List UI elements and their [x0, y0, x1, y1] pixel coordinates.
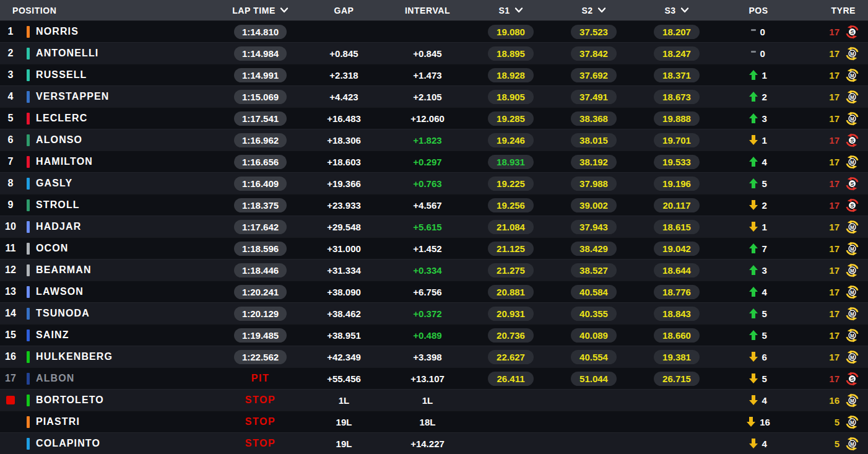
interval-cell: +0.489	[386, 325, 469, 346]
position-change-same-icon	[751, 29, 756, 31]
s1-cell: 21.084	[469, 216, 552, 237]
s2-cell: 40.584	[552, 281, 635, 302]
s2-cell: 38.015	[552, 129, 635, 151]
table-row[interactable]: 17ALBONPIT+55.456+13.10726.41151.04426.7…	[0, 367, 868, 389]
table-row[interactable]: 1NORRIS1:14.81019.08037.52318.207017S	[0, 20, 868, 42]
driver-cell[interactable]: SAINZ	[36, 325, 219, 346]
driver-name: COLAPINTO	[36, 438, 100, 449]
lap-time-value: 1:22.562	[234, 350, 287, 364]
team-color-bar	[27, 221, 30, 233]
table-row[interactable]: 10HADJAR1:17.642+29.548+5.61521.08437.94…	[0, 216, 868, 237]
s2-cell	[552, 433, 635, 454]
column-header-lap-time[interactable]: LAP TIME	[219, 6, 302, 15]
s2-value: 40.355	[571, 307, 617, 321]
position-change-cell: 1	[718, 216, 799, 237]
s3-cell: 18.371	[635, 64, 718, 85]
s1-cell	[469, 433, 552, 454]
tyre-cell: 17M	[799, 43, 868, 64]
tyre-icon-wrap: M	[845, 393, 859, 408]
s1-value: 21.275	[488, 263, 534, 277]
position-change-arrow	[749, 287, 758, 297]
gap-value: 1L	[339, 395, 350, 406]
lap-time-cell: 1:17.541	[219, 108, 302, 129]
table-row[interactable]: 9STROLL1:18.375+23.933+4.56719.25639.002…	[0, 194, 868, 216]
driver-cell[interactable]: PIASTRI	[36, 411, 219, 432]
table-row[interactable]: 3RUSSELL1:14.991+2.318+1.47318.92837.692…	[0, 64, 868, 85]
position-change-cell: 4	[718, 281, 799, 302]
tyre-laps-count: 16	[829, 395, 840, 406]
driver-cell[interactable]: HADJAR	[36, 216, 219, 237]
tyre-icon-medium: M	[845, 46, 859, 61]
gap-value: +31.334	[327, 265, 361, 276]
position-number: 6	[8, 134, 14, 146]
driver-name: ALBON	[36, 373, 74, 384]
driver-cell[interactable]: VERSTAPPEN	[36, 86, 219, 107]
table-row[interactable]: 8GASLY1:16.409+19.366+0.76319.22537.9881…	[0, 172, 868, 194]
driver-cell[interactable]: HAMILTON	[36, 151, 219, 172]
table-row[interactable]: 16HULKENBERG1:22.562+42.349+3.39822.6274…	[0, 346, 868, 367]
lap-time-value: 1:14.991	[234, 68, 287, 82]
column-header-s3[interactable]: S3	[635, 6, 718, 15]
table-row[interactable]: 13LAWSON1:20.241+38.090+6.75620.88140.58…	[0, 281, 868, 302]
table-row[interactable]: 14TSUNODA1:20.129+38.462+0.37220.93140.3…	[0, 302, 868, 324]
lap-time-value: 1:16.962	[234, 133, 287, 147]
s1-value: 20.881	[488, 285, 534, 299]
driver-cell[interactable]: LECLERC	[36, 108, 219, 129]
s2-value: 40.584	[571, 285, 617, 299]
table-row[interactable]: 4VERSTAPPEN1:15.069+4.423+2.10518.90537.…	[0, 85, 868, 107]
tyre-cell: 5M	[799, 411, 868, 432]
column-header-interval: INTERVAL	[386, 6, 469, 15]
position-change-arrow	[749, 92, 758, 102]
position-change-cell: 4	[718, 151, 799, 172]
position-change-value: 2	[762, 92, 768, 102]
table-row[interactable]: 5LECLERC1:17.541+16.483+12.06019.28538.3…	[0, 107, 868, 129]
driver-cell[interactable]: RUSSELL	[36, 64, 219, 85]
svg-text:S: S	[850, 28, 854, 35]
s3-value: 19.888	[654, 111, 700, 126]
driver-cell[interactable]: COLAPINTO	[36, 433, 219, 454]
driver-cell[interactable]: BEARMAN	[36, 260, 219, 281]
column-header-s2[interactable]: S2	[552, 6, 635, 15]
lap-time-cell: 1:22.562	[219, 346, 302, 367]
driver-cell[interactable]: TSUNODA	[36, 303, 219, 324]
position-number: 13	[5, 286, 16, 297]
driver-cell[interactable]: ANTONELLI	[36, 43, 219, 64]
table-row[interactable]: 6ALONSO1:16.962+18.306+1.82319.24638.015…	[0, 129, 868, 151]
lap-time-cell: 1:16.656	[219, 151, 302, 172]
tyre-laps-count: 17	[829, 222, 840, 232]
driver-cell[interactable]: NORRIS	[36, 21, 219, 42]
table-row[interactable]: 7HAMILTON1:16.656+18.603+0.29718.93138.1…	[0, 151, 868, 172]
driver-cell[interactable]: ALBON	[36, 368, 219, 389]
tyre-icon-medium: M	[845, 437, 859, 451]
column-header-s1[interactable]: S1	[469, 6, 552, 15]
s1-cell: 18.905	[469, 86, 552, 107]
team-color-cell	[21, 194, 36, 216]
driver-cell[interactable]: HULKENBERG	[36, 346, 219, 367]
driver-cell[interactable]: LAWSON	[36, 281, 219, 302]
tyre-icon-wrap: S	[845, 25, 859, 39]
table-row[interactable]: BORTOLETOSTOP1L1L416M	[0, 389, 868, 411]
team-color-cell	[21, 433, 36, 454]
driver-cell[interactable]: BORTOLETO	[36, 390, 219, 411]
interval-cell: +0.845	[386, 43, 469, 64]
column-header-label: POS	[749, 6, 768, 15]
lap-time-cell: STOP	[219, 433, 302, 454]
tyre-icon-soft: S	[845, 198, 859, 212]
table-row[interactable]: 2ANTONELLI1:14.984+0.845+0.84518.89537.8…	[0, 42, 868, 64]
column-header-pos: POS	[718, 6, 799, 15]
driver-cell[interactable]: ALONSO	[36, 129, 219, 151]
table-row[interactable]: 15SAINZ1:19.485+38.951+0.48920.73640.089…	[0, 324, 868, 346]
position-change-down-icon	[749, 395, 758, 405]
driver-cell[interactable]: STROLL	[36, 194, 219, 216]
driver-cell[interactable]: OCON	[36, 238, 219, 259]
table-row[interactable]: 11OCON1:18.596+31.000+1.45221.12538.4291…	[0, 237, 868, 259]
table-row[interactable]: COLAPINTOSTOP19L+14.22745M	[0, 432, 868, 454]
table-row[interactable]: PIASTRISTOP19L18L165M	[0, 411, 868, 432]
position-number: 7	[8, 156, 14, 167]
table-row[interactable]: 12BEARMAN1:18.446+31.334+0.33421.27538.5…	[0, 259, 868, 281]
position-change-cell: 2	[718, 86, 799, 107]
driver-cell[interactable]: GASLY	[36, 173, 219, 194]
interval-cell: +6.756	[386, 281, 469, 302]
position-change-arrow	[749, 157, 758, 167]
s2-value: 37.842	[571, 46, 617, 61]
